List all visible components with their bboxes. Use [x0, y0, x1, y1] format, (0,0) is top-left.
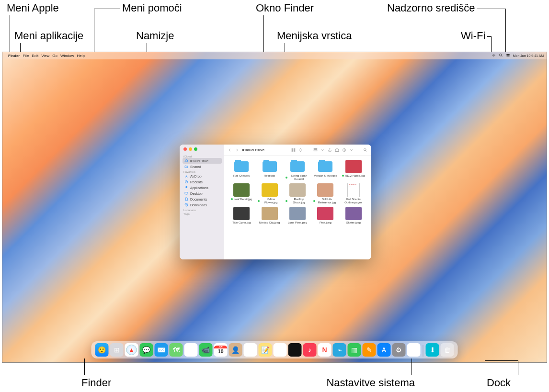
- sidebar-item-desktop[interactable]: Desktop: [183, 190, 222, 196]
- chevron-down-icon[interactable]: [320, 148, 325, 153]
- menu-go[interactable]: Go: [52, 54, 57, 58]
- group-button[interactable]: [313, 148, 318, 153]
- dock-messages[interactable]: 💬: [140, 343, 153, 357]
- share-button[interactable]: [328, 148, 332, 153]
- chevron-down-icon[interactable]: [349, 148, 354, 153]
- file-item[interactable]: Lone Pine.jpeg: [285, 207, 310, 224]
- dock-reminders[interactable]: ☰: [244, 343, 257, 357]
- sidebar-item-label: Desktop: [190, 192, 203, 195]
- file-item[interactable]: Skater.jpeg: [341, 207, 366, 224]
- sidebar-item-recents[interactable]: Recents: [183, 179, 222, 185]
- sidebar-item-downloads[interactable]: Downloads: [183, 202, 222, 208]
- dock-photos[interactable]: ❀: [184, 343, 198, 357]
- callout-control-center: Nadzorno središče: [387, 2, 475, 14]
- spotlight-icon[interactable]: [499, 53, 503, 58]
- dock-downloads-stack[interactable]: ⬇: [426, 343, 439, 357]
- menu-edit[interactable]: Edit: [32, 54, 38, 58]
- dock-contacts[interactable]: 👤: [229, 343, 242, 357]
- menu-help[interactable]: Help: [77, 54, 84, 58]
- menu-view[interactable]: View: [41, 54, 49, 58]
- file-item[interactable]: Receipts: [256, 160, 282, 180]
- file-label: Yellow Flower.jpg: [258, 198, 282, 204]
- zoom-button[interactable]: [194, 147, 197, 151]
- sidebar-item-icloud-drive[interactable]: iCloud Drive: [183, 158, 222, 164]
- file-item[interactable]: Vendor & Invoices: [312, 160, 338, 180]
- sidebar-item-airdrop[interactable]: AirDrop: [183, 173, 222, 179]
- control-center-icon[interactable]: [506, 53, 510, 58]
- dock: 🙂⊞▲💬✉️🗺❀📹JUN10👤☰📝✎♪N⌁▥✎A⚙︎▮⬇🗑: [92, 341, 458, 358]
- file-item[interactable]: Yellow Flower.jpg: [256, 183, 282, 204]
- desktop[interactable]: Finder File Edit View Go Window Help Mon…: [2, 52, 547, 363]
- dock-freeform[interactable]: ✎: [274, 343, 287, 357]
- file-item[interactable]: SCENTS—Fall Scents Outline.pages: [341, 183, 366, 204]
- dock-launchpad[interactable]: ⊞: [110, 343, 124, 357]
- view-options-chevron-icon[interactable]: [298, 148, 303, 153]
- folder-icon: [290, 161, 305, 172]
- menu-bar: Finder File Edit View Go Window Help Mon…: [2, 52, 547, 59]
- sidebar-item-label: Recents: [190, 180, 203, 184]
- dock-facetime[interactable]: 📹: [199, 343, 213, 357]
- svg-point-3: [186, 176, 187, 177]
- tag-dot-icon: [342, 175, 344, 177]
- file-label: Receipts: [264, 174, 275, 178]
- app-menu[interactable]: Finder: [8, 54, 20, 58]
- file-item[interactable]: RD.2-Notes.jpg: [341, 160, 366, 180]
- file-item[interactable]: Rail Chasers: [229, 160, 254, 180]
- sidebar-item-documents[interactable]: Documents: [183, 196, 222, 202]
- dock-tv[interactable]: [288, 343, 302, 357]
- dock-separator: [423, 345, 423, 357]
- dock-system-settings[interactable]: ⚙︎: [392, 343, 406, 357]
- file-item[interactable]: Mexico City.jpeg: [256, 207, 282, 224]
- file-item[interactable]: Spring Youth Council: [285, 160, 310, 180]
- image-thumbnail: [289, 183, 306, 197]
- action-button[interactable]: [342, 148, 346, 153]
- wifi-icon[interactable]: [492, 53, 496, 58]
- tag-dot-icon: [286, 200, 287, 202]
- clock-icon: [184, 180, 188, 184]
- finder-window[interactable]: iCloudiCloud DriveSharedFavoritesAirDrop…: [180, 145, 371, 259]
- file-item[interactable]: Still Life Reference.jpg: [312, 183, 338, 204]
- back-button[interactable]: [228, 148, 232, 153]
- dock-trash[interactable]: 🗑: [441, 343, 454, 357]
- sidebar-item-shared[interactable]: Shared: [183, 164, 222, 169]
- dock-numbers[interactable]: ▥: [348, 343, 361, 357]
- svg-rect-11: [314, 148, 317, 149]
- menu-window[interactable]: Window: [60, 54, 74, 58]
- dock-mail[interactable]: ✉️: [155, 343, 168, 357]
- dock-safari[interactable]: ▲: [125, 343, 138, 357]
- dock-news[interactable]: N: [318, 343, 332, 357]
- svg-rect-9: [292, 150, 293, 152]
- menu-file[interactable]: File: [23, 54, 29, 58]
- file-label: Rail Chasers: [233, 174, 250, 178]
- image-thumbnail: [317, 183, 333, 197]
- search-icon[interactable]: [363, 148, 367, 153]
- minimize-button[interactable]: [189, 147, 192, 151]
- dock-appstore[interactable]: A: [377, 343, 391, 357]
- file-label: RD.2-Notes.jpg: [342, 174, 365, 178]
- dock-music[interactable]: ♪: [303, 343, 317, 357]
- dock-pages[interactable]: ✎: [363, 343, 376, 357]
- datetime[interactable]: Mon Jun 10 9:41 AM: [513, 54, 544, 57]
- airdrop-icon: [184, 174, 188, 178]
- image-thumbnail: [289, 207, 306, 220]
- file-label: Spring Youth Council: [286, 174, 309, 180]
- forward-button[interactable]: [235, 148, 239, 153]
- dock-iphone-mirroring[interactable]: ▮: [407, 343, 421, 357]
- dock-finder[interactable]: 🙂: [95, 343, 109, 357]
- file-item[interactable]: Rooftop Shoot.jpg: [285, 183, 310, 204]
- finder-toolbar: iCloud Drive: [224, 145, 371, 156]
- close-button[interactable]: [183, 147, 187, 151]
- sidebar-item-applications[interactable]: Applications: [183, 185, 222, 190]
- file-item[interactable]: Leaf Detail.jpg: [229, 183, 254, 204]
- dock-calendar[interactable]: JUN10: [214, 343, 228, 357]
- tags-button[interactable]: [335, 148, 339, 153]
- callout-apple-menu: Meni Apple: [7, 2, 59, 14]
- dock-podcasts[interactable]: ⌁: [333, 343, 346, 357]
- dock-maps[interactable]: 🗺: [170, 343, 183, 357]
- file-item[interactable]: Pink.jpeg: [312, 207, 338, 224]
- view-icons-button[interactable]: [291, 148, 296, 153]
- file-label: Mexico City.jpeg: [259, 221, 280, 224]
- dock-notes[interactable]: 📝: [259, 343, 272, 357]
- file-item[interactable]: Title Cover.jpg: [229, 207, 254, 224]
- sidebar-item-label: Shared: [190, 165, 201, 168]
